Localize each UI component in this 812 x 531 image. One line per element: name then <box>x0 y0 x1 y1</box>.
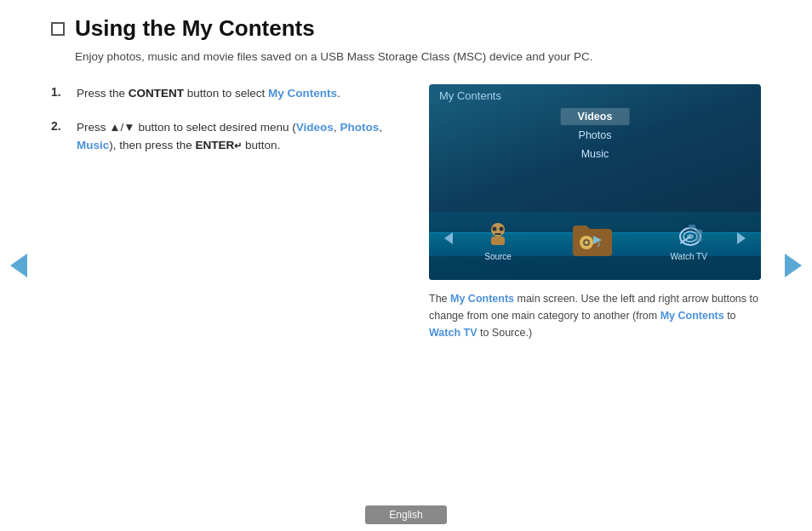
center-icon-item: ♪ <box>569 217 614 261</box>
my-contents-link-3[interactable]: My Contents <box>660 310 724 322</box>
tv-icons-row: Source ♪ <box>429 217 761 261</box>
next-page-arrow-icon[interactable] <box>785 254 802 277</box>
language-badge: English <box>365 505 446 524</box>
svg-rect-14 <box>695 237 702 242</box>
subtitle: Enjoy photos, music and movie files save… <box>75 49 761 66</box>
page-nav-right[interactable] <box>785 254 802 277</box>
enter-label: ENTER↵ <box>196 139 243 151</box>
footer: English <box>0 505 812 531</box>
source-label: Source <box>484 252 512 261</box>
source-icon <box>483 218 513 248</box>
caption: The My Contents main screen. Use the lef… <box>429 290 761 341</box>
main-content: Using the My Contents Enjoy photos, musi… <box>0 0 812 358</box>
step-1: 1. Press the CONTENT button to select My… <box>51 84 403 103</box>
watch-tv-icon <box>673 218 704 248</box>
checkbox-icon <box>51 22 65 36</box>
prev-page-arrow-icon[interactable] <box>10 254 27 277</box>
step-1-number: 1. <box>51 84 68 99</box>
tv-menu: Videos Photos Music <box>561 108 630 163</box>
music-link[interactable]: Music <box>77 139 109 151</box>
photos-link[interactable]: Photos <box>340 121 379 134</box>
my-contents-link-1[interactable]: My Contents <box>268 87 337 100</box>
tv-screen: My Contents Videos Photos Music <box>429 84 761 280</box>
tv-menu-music[interactable]: Music <box>564 146 626 163</box>
tv-menu-videos[interactable]: Videos <box>561 108 630 125</box>
enter-arrow-icon: ↵ <box>234 140 242 151</box>
page-title: Using the My Contents <box>75 15 315 42</box>
page-nav-left[interactable] <box>10 254 27 277</box>
content-button-label: CONTENT <box>129 87 184 100</box>
watch-tv-icon-item: Watch TV <box>671 218 707 261</box>
step-2-text: Press ▲/▼ button to select desired menu … <box>77 118 403 155</box>
watch-tv-link[interactable]: Watch TV <box>429 327 477 339</box>
title-row: Using the My Contents <box>51 15 761 42</box>
svg-rect-1 <box>491 237 505 245</box>
left-column: 1. Press the CONTENT button to select My… <box>51 84 403 341</box>
two-column-layout: 1. Press the CONTENT button to select My… <box>51 84 761 341</box>
svg-point-2 <box>493 227 497 231</box>
media-folder-icon: ♪ <box>569 217 614 261</box>
right-column: My Contents Videos Photos Music <box>429 84 761 341</box>
watch-tv-label: Watch TV <box>671 252 707 261</box>
svg-point-7 <box>585 241 588 244</box>
tv-screen-title: My Contents <box>429 84 761 107</box>
svg-rect-15 <box>689 225 695 229</box>
tv-menu-photos[interactable]: Photos <box>562 127 629 144</box>
svg-rect-13 <box>695 230 702 235</box>
step-2: 2. Press ▲/▼ button to select desired me… <box>51 118 403 155</box>
step-2-number: 2. <box>51 118 68 133</box>
svg-rect-4 <box>495 233 501 235</box>
step-1-text: Press the CONTENT button to select My Co… <box>77 84 340 103</box>
svg-point-3 <box>500 227 504 231</box>
source-icon-item: Source <box>483 218 513 261</box>
videos-link[interactable]: Videos <box>296 121 334 134</box>
my-contents-link-2[interactable]: My Contents <box>450 293 514 305</box>
